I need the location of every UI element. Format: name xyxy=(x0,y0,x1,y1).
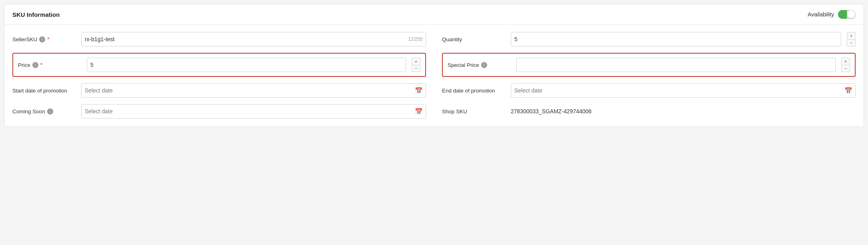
coming-soon-label: Coming Soon i xyxy=(12,108,76,114)
quantity-input[interactable] xyxy=(511,32,841,46)
special-price-info-icon[interactable]: i xyxy=(481,62,487,68)
toggle-green-part xyxy=(838,10,847,19)
start-date-input-wrapper: 📅 xyxy=(81,83,426,98)
availability-toggle[interactable] xyxy=(838,10,856,19)
start-date-row: Start date of promotion 📅 xyxy=(12,83,426,98)
seller-sku-required: * xyxy=(47,36,49,42)
card-body: SellerSKU i * 12/255 Quantity + xyxy=(4,25,864,127)
price-decrement-button[interactable]: − xyxy=(412,65,420,72)
form-grid: SellerSKU i * 12/255 Quantity + xyxy=(12,32,856,118)
seller-sku-label: SellerSKU i * xyxy=(12,36,76,42)
quantity-row: Quantity + − xyxy=(442,32,856,46)
seller-sku-input-wrapper: 12/255 xyxy=(81,32,426,46)
coming-soon-info-icon[interactable]: i xyxy=(47,108,53,114)
special-price-label: Special Price i xyxy=(448,62,512,68)
coming-soon-input[interactable] xyxy=(81,104,426,118)
price-label: Price i * xyxy=(18,62,82,68)
coming-soon-input-wrapper: 📅 xyxy=(81,104,426,118)
special-price-decrement-button[interactable]: − xyxy=(841,65,850,72)
price-info-icon[interactable]: i xyxy=(32,62,38,68)
end-date-input[interactable] xyxy=(511,83,856,98)
special-price-highlighted-row: Special Price i + − xyxy=(442,53,856,77)
start-date-label: Start date of promotion xyxy=(12,88,76,94)
seller-sku-char-count: 12/255 xyxy=(408,36,423,42)
quantity-label: Quantity xyxy=(442,36,506,42)
card-title: SKU Information xyxy=(12,11,60,18)
card-header: SKU Information Availability xyxy=(4,4,864,25)
price-increment-button[interactable]: + xyxy=(412,58,420,65)
quantity-decrement-button[interactable]: − xyxy=(847,39,856,46)
sku-information-card: SKU Information Availability SellerSKU i… xyxy=(4,4,864,127)
seller-sku-info-icon[interactable]: i xyxy=(39,36,45,42)
price-spinner: + − xyxy=(412,58,420,72)
toggle-thumb xyxy=(847,10,855,18)
end-date-input-wrapper: 📅 xyxy=(511,83,856,98)
quantity-input-wrapper xyxy=(511,32,841,46)
price-input-wrapper xyxy=(87,58,406,72)
special-price-spinner: + − xyxy=(841,58,850,72)
special-price-input[interactable] xyxy=(516,58,836,72)
shop-sku-row: Shop SKU 278300033_SGAMZ-429744006 xyxy=(442,104,856,118)
start-date-input[interactable] xyxy=(81,83,426,98)
quantity-increment-button[interactable]: + xyxy=(847,32,856,39)
special-price-input-wrapper xyxy=(516,58,836,72)
shop-sku-label: Shop SKU xyxy=(442,108,506,114)
availability-label: Availability xyxy=(808,11,834,18)
special-price-increment-button[interactable]: + xyxy=(841,58,850,65)
end-date-label: End date of promotion xyxy=(442,88,506,94)
shop-sku-value: 278300033_SGAMZ-429744006 xyxy=(511,108,591,114)
quantity-spinner: + − xyxy=(847,32,856,46)
availability-row: Availability xyxy=(808,10,856,19)
coming-soon-row: Coming Soon i 📅 xyxy=(12,104,426,118)
seller-sku-row: SellerSKU i * 12/255 xyxy=(12,32,426,46)
price-required: * xyxy=(40,62,42,68)
price-highlighted-row: Price i * + − xyxy=(12,53,426,77)
seller-sku-input[interactable] xyxy=(81,32,426,46)
end-date-row: End date of promotion 📅 xyxy=(442,83,856,98)
price-input[interactable] xyxy=(87,58,406,72)
